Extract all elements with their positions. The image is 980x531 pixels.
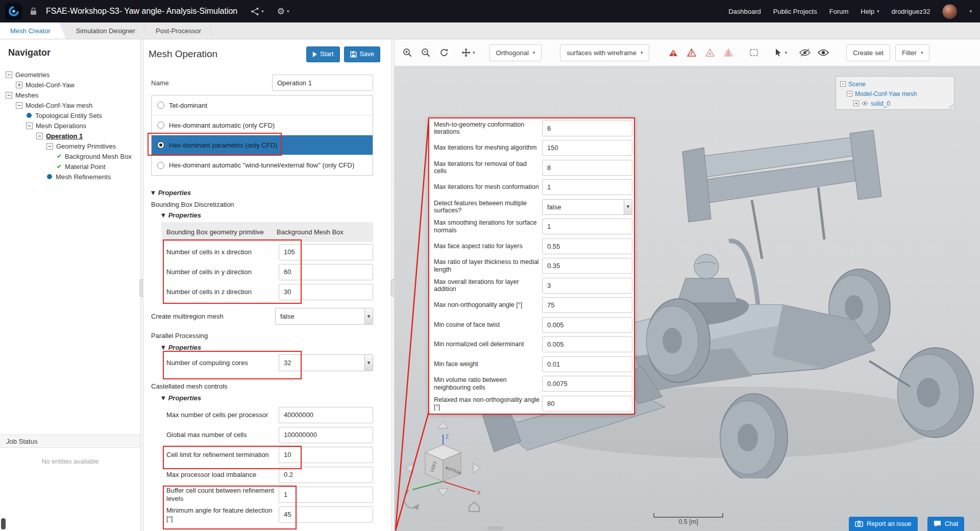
expand-icon[interactable]: + <box>16 82 22 88</box>
mesh-quality-outline-icon[interactable] <box>685 46 698 59</box>
multiregion-select[interactable]: false ▼ <box>275 308 373 325</box>
collapse-triangle-icon[interactable]: ▼ <box>161 395 165 401</box>
global-max-cells-input[interactable] <box>279 427 373 443</box>
meshing-iterations-input[interactable] <box>542 140 632 156</box>
nav-help[interactable]: Help▾ <box>861 8 879 15</box>
user-menu-caret-icon[interactable]: ▾ <box>969 9 972 14</box>
tree-item-meshes[interactable]: −Meshes <box>0 90 140 100</box>
projection-dropdown[interactable]: Orthogonal ▾ <box>489 44 542 61</box>
expand-icon[interactable]: + <box>853 101 859 106</box>
show-entity-icon[interactable] <box>817 46 830 59</box>
radio-icon[interactable] <box>157 162 164 169</box>
layer-thickness-ratio-input[interactable] <box>542 258 632 274</box>
tree-item-topological-entity-sets[interactable]: Topological Entity Sets <box>0 110 140 120</box>
select-arrow-icon[interactable]: ▼ <box>364 355 373 371</box>
cells-z-input[interactable] <box>279 284 373 300</box>
box-select-icon[interactable] <box>747 46 761 59</box>
tab-simulation-designer[interactable]: Simulation Designer <box>66 22 145 39</box>
navigator-scrollbar-thumb[interactable] <box>1 518 6 529</box>
collapse-icon[interactable]: − <box>847 91 852 96</box>
create-set-button[interactable]: Create set <box>846 44 890 61</box>
start-button[interactable]: Start <box>306 46 339 62</box>
scene-tree-root[interactable]: − Scene <box>840 79 954 89</box>
tree-item-model-conf-yaw-mesh[interactable]: −Model-Conf-Yaw mesh <box>0 100 140 110</box>
load-imbalance-input[interactable] <box>279 467 373 483</box>
min-volume-ratio-input[interactable] <box>542 376 632 392</box>
scene-tree-solid[interactable]: + solid_0 <box>853 99 954 108</box>
min-feature-angle-input[interactable] <box>279 506 373 523</box>
report-issue-button[interactable]: Report an issue <box>849 517 918 531</box>
job-status-header[interactable]: Job Status <box>0 435 140 448</box>
smoothing-iterations-input[interactable] <box>542 219 632 234</box>
tree-item-model-conf-yaw[interactable]: +Model-Conf-Yaw <box>0 80 140 90</box>
collapse-icon[interactable]: − <box>6 92 12 99</box>
mesh-type-hex-automatic[interactable]: Hex-dominant automatic (only CFD) <box>152 115 373 135</box>
hide-entity-icon[interactable] <box>798 46 812 59</box>
max-non-orthogonality-input[interactable] <box>542 297 632 313</box>
face-aspect-ratio-input[interactable] <box>542 238 632 254</box>
collapse-icon[interactable]: − <box>26 123 33 129</box>
min-cosine-face-twist-input[interactable] <box>542 317 632 333</box>
conformation-iterations-input[interactable] <box>542 120 632 136</box>
collapse-icon[interactable]: − <box>6 71 12 78</box>
tree-item-mesh-refinements[interactable]: Mesh Refinements <box>0 172 140 182</box>
detect-features-select[interactable]: false▼ <box>542 199 632 215</box>
mesh-quality-dual-icon[interactable] <box>722 46 735 59</box>
collapse-icon[interactable]: − <box>36 133 43 139</box>
tab-post-processor[interactable]: Post-Processor <box>145 22 211 39</box>
tree-item-material-point[interactable]: ✔Material Point <box>0 161 140 172</box>
select-arrow-icon[interactable]: ▼ <box>624 200 632 214</box>
buffer-cells-input[interactable] <box>279 487 373 503</box>
mesh-type-wind-tunnel[interactable]: Hex-dominant automatic "wind-tunnel/exte… <box>152 155 373 175</box>
share-button[interactable]: ▾ <box>251 7 264 16</box>
render-mode-dropdown[interactable]: surfaces with wireframe ▾ <box>560 44 649 61</box>
properties-subheader[interactable]: ▼Properties <box>161 394 373 402</box>
mesh-quality-points-icon[interactable] <box>703 46 717 59</box>
scene-tree-mesh[interactable]: − Model-Conf-Yaw mesh <box>847 89 954 99</box>
filter-dropdown[interactable]: Filter ▾ <box>895 44 929 61</box>
cores-select[interactable]: 32 ▼ <box>279 354 373 371</box>
project-settings-button[interactable]: ⚙ ▾ <box>277 7 289 16</box>
nav-forum[interactable]: Forum <box>829 8 849 15</box>
bad-cells-iterations-input[interactable] <box>542 160 632 176</box>
properties-header[interactable]: ▼Properties <box>151 189 373 197</box>
radio-selected-icon[interactable] <box>157 141 164 149</box>
layer-addition-iterations-input[interactable] <box>542 278 632 294</box>
collapse-triangle-icon[interactable]: ▼ <box>151 190 155 196</box>
resize-handle-icon[interactable] <box>948 103 953 109</box>
collapse-icon[interactable]: − <box>840 81 846 87</box>
zoom-out-icon[interactable] <box>419 46 432 59</box>
mesh-quality-solid-icon[interactable] <box>667 46 680 59</box>
pan-tool-button[interactable]: ▾ <box>461 47 475 58</box>
properties-subheader[interactable]: ▼Properties <box>161 344 373 351</box>
operation-name-input[interactable] <box>272 75 373 91</box>
tab-mesh-creator[interactable]: Mesh Creator <box>0 22 66 39</box>
visibility-eye-icon[interactable] <box>862 101 868 106</box>
user-avatar[interactable] <box>942 4 957 19</box>
nav-public-projects[interactable]: Public Projects <box>773 8 817 15</box>
mesh-type-hex-parametric[interactable]: Hex-dominant parametric (only CFD) <box>152 135 373 155</box>
cells-x-input[interactable] <box>279 244 373 260</box>
save-button[interactable]: Save <box>344 46 381 62</box>
mesh-conformation-iterations-input[interactable] <box>542 179 632 195</box>
select-arrow-icon[interactable]: ▼ <box>364 308 373 324</box>
nav-dashboard[interactable]: Dashboard <box>728 8 761 15</box>
cells-y-input[interactable] <box>279 264 373 280</box>
mesh-type-tet-dominant[interactable]: Tet-dominant <box>152 95 373 115</box>
min-face-weight-input[interactable] <box>542 356 632 372</box>
collapse-triangle-icon[interactable]: ▼ <box>161 345 165 350</box>
max-cells-per-proc-input[interactable] <box>279 407 373 423</box>
app-logo[interactable] <box>5 3 22 20</box>
tree-item-geometries[interactable]: −Geometries <box>0 69 140 80</box>
viewport-hscrollbar-thumb[interactable] <box>487 526 503 530</box>
radio-icon[interactable] <box>157 122 164 129</box>
cell-limit-input[interactable] <box>279 447 373 463</box>
radio-icon[interactable] <box>157 102 164 109</box>
properties-subheader[interactable]: ▼Properties <box>161 211 373 219</box>
min-cell-determinant-input[interactable] <box>542 336 632 352</box>
collapse-icon[interactable]: − <box>16 102 22 109</box>
tree-item-mesh-operations[interactable]: −Mesh Operations <box>0 120 140 131</box>
refresh-view-icon[interactable] <box>437 46 451 59</box>
orientation-cube-widget[interactable]: Z X Y LEFT BOTTOM <box>399 418 488 518</box>
chat-button[interactable]: Chat <box>927 517 964 531</box>
